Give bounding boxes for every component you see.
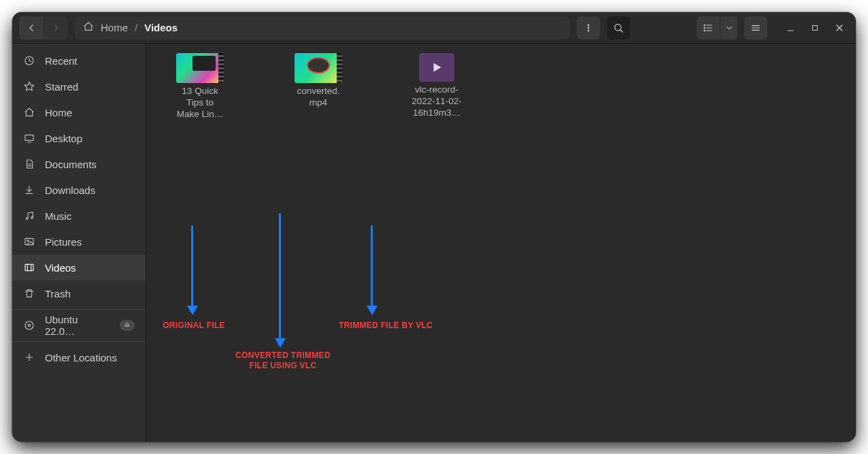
sidebar-item-recent[interactable]: Recent: [12, 48, 146, 74]
arrow-head-icon: [275, 338, 286, 348]
video-generic-icon: [419, 53, 454, 82]
view-list-button[interactable]: [697, 16, 720, 39]
svg-point-26: [31, 216, 33, 218]
sidebar-item-label: Desktop: [45, 133, 82, 144]
header-bar: Home / Videos: [12, 12, 856, 44]
back-button[interactable]: [19, 16, 44, 39]
arrow-line: [191, 225, 193, 307]
file-item[interactable]: vlc-record- 2022-11-02- 16h19m3…: [399, 53, 474, 120]
file-name: 13 Quick Tips to Make Lin…: [177, 86, 223, 120]
breadcrumb-separator: /: [135, 22, 137, 33]
sidebar: Recent Starred Home Desktop Documents Do…: [12, 44, 146, 442]
sidebar-item-label: Pictures: [45, 236, 82, 248]
sidebar-item-label: Ubuntu 22.0…: [45, 314, 110, 337]
path-menu-button[interactable]: [577, 16, 600, 39]
arrow-head-icon: [367, 306, 378, 315]
file-item[interactable]: 13 Quick Tips to Make Lin…: [163, 53, 237, 120]
svg-line-4: [620, 30, 622, 32]
sidebar-item-label: Videos: [45, 262, 76, 274]
sidebar-item-trash[interactable]: Trash: [12, 280, 146, 306]
breadcrumb-current[interactable]: Videos: [144, 22, 178, 33]
sidebar-item-label: Home: [45, 107, 72, 118]
desktop-icon: [23, 133, 35, 144]
svg-rect-15: [813, 25, 818, 30]
sidebar-item-label: Downloads: [45, 184, 95, 196]
download-icon: [23, 184, 35, 195]
sidebar-item-videos[interactable]: Videos: [12, 255, 146, 280]
sidebar-item-volume[interactable]: Ubuntu 22.0…: [12, 312, 146, 338]
minimize-button[interactable]: [784, 21, 797, 35]
svg-point-33: [28, 324, 30, 326]
sidebar-item-music[interactable]: Music: [12, 203, 146, 229]
forward-button[interactable]: [44, 16, 68, 39]
arrow-line: [371, 225, 373, 307]
sidebar-item-label: Recent: [45, 55, 78, 67]
video-thumbnail-icon: [295, 53, 342, 83]
svg-point-1: [588, 27, 589, 29]
svg-rect-20: [25, 135, 33, 140]
annotation-label: TRIMMED FILE BY VLC: [338, 321, 433, 331]
annotation-label: ORIGINAL FILE: [160, 321, 228, 331]
sidebar-item-label: Music: [45, 210, 71, 222]
file-grid: 13 Quick Tips to Make Lin… converted. mp…: [146, 44, 856, 130]
svg-point-0: [588, 24, 589, 25]
search-button[interactable]: [607, 16, 630, 39]
star-icon: [23, 81, 35, 92]
sidebar-item-pictures[interactable]: Pictures: [12, 229, 146, 255]
svg-point-8: [704, 25, 705, 25]
disc-icon: [23, 320, 35, 331]
window-controls: [784, 21, 846, 35]
video-icon: [23, 262, 35, 273]
sidebar-item-desktop[interactable]: Desktop: [12, 125, 146, 151]
svg-rect-29: [25, 264, 33, 270]
svg-rect-27: [25, 238, 33, 244]
arrow-head-icon: [187, 306, 198, 315]
sidebar-item-starred[interactable]: Starred: [12, 74, 146, 99]
window-body: Recent Starred Home Desktop Documents Do…: [12, 44, 856, 442]
file-name: converted. mp4: [297, 86, 339, 109]
svg-point-25: [26, 218, 28, 220]
maximize-button[interactable]: [808, 21, 822, 35]
music-icon: [23, 210, 35, 221]
svg-marker-34: [125, 323, 129, 325]
sidebar-item-label: Documents: [45, 159, 97, 170]
view-dropdown-button[interactable]: [720, 16, 737, 39]
svg-marker-19: [24, 82, 33, 91]
sidebar-item-home[interactable]: Home: [12, 99, 146, 125]
plus-icon: [23, 352, 35, 363]
sidebar-item-label: Starred: [45, 81, 78, 93]
nav-buttons: [19, 16, 68, 39]
clock-icon: [23, 55, 35, 66]
file-name: vlc-record- 2022-11-02- 16h19m3…: [412, 84, 462, 119]
svg-point-10: [704, 30, 705, 31]
breadcrumb-home[interactable]: Home: [101, 22, 128, 33]
file-item[interactable]: converted. mp4: [281, 53, 356, 120]
view-controls: [697, 16, 737, 39]
sidebar-item-other-locations[interactable]: Other Locations: [12, 344, 146, 370]
hamburger-menu-button[interactable]: [744, 16, 767, 39]
eject-button[interactable]: [120, 320, 135, 331]
annotation-label: CONVERTED TRIMMED FILE USING VLC: [232, 351, 334, 371]
image-icon: [23, 236, 35, 247]
content-area[interactable]: 13 Quick Tips to Make Lin… converted. mp…: [146, 44, 856, 442]
close-button[interactable]: [833, 21, 846, 35]
svg-point-2: [588, 30, 589, 31]
sidebar-item-label: Trash: [45, 288, 71, 299]
sidebar-item-downloads[interactable]: Downloads: [12, 177, 146, 203]
sidebar-item-label: Other Locations: [45, 352, 117, 363]
video-thumbnail-icon: [176, 53, 224, 83]
document-icon: [23, 159, 35, 169]
svg-marker-38: [433, 63, 441, 72]
svg-point-32: [25, 321, 33, 329]
svg-point-28: [27, 240, 29, 242]
trash-icon: [23, 288, 35, 299]
file-manager-window: Home / Videos: [12, 12, 856, 442]
arrow-line: [279, 213, 281, 340]
sidebar-item-documents[interactable]: Documents: [12, 151, 146, 177]
home-icon: [23, 107, 35, 118]
home-icon: [83, 21, 94, 34]
breadcrumb[interactable]: Home / Videos: [75, 16, 570, 39]
svg-point-9: [704, 27, 705, 28]
